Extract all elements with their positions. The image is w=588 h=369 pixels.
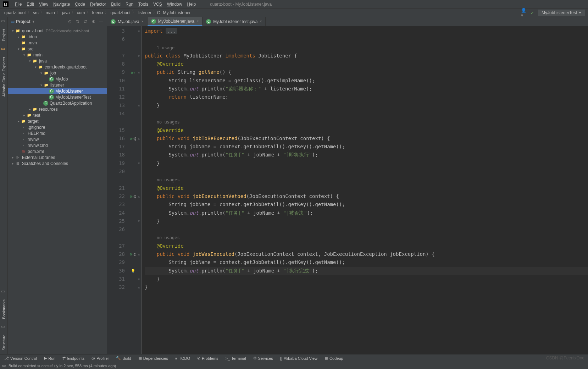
breadcrumb-item[interactable]: src xyxy=(32,10,40,15)
line-number[interactable]: 16 xyxy=(107,134,125,143)
breadcrumb-item[interactable]: quartzboot xyxy=(109,10,132,15)
code-line[interactable]: @Override xyxy=(145,60,588,68)
tree-twisty-icon[interactable]: ▾ xyxy=(39,71,43,75)
gutter-mark[interactable] xyxy=(129,242,137,250)
bottom-tab-alibaba-cloud-view[interactable]: []Alibaba Cloud View xyxy=(277,356,320,360)
hide-icon[interactable]: — xyxy=(98,19,104,24)
expand-all-icon[interactable]: ⇅ xyxy=(75,19,81,24)
gutter-mark[interactable]: o↑ @ xyxy=(129,192,137,200)
code-line[interactable] xyxy=(145,225,588,233)
gutter-mark[interactable]: o↑ @ xyxy=(129,250,137,258)
code-line[interactable] xyxy=(145,167,588,176)
line-number[interactable]: 24 xyxy=(107,209,125,217)
fold-icon[interactable] xyxy=(137,85,142,93)
fold-icon[interactable] xyxy=(137,176,142,184)
fold-icon[interactable] xyxy=(137,209,142,217)
project-strip-icon[interactable]: ▭ xyxy=(1,18,7,24)
line-number[interactable]: 7 xyxy=(107,52,125,60)
line-number[interactable]: 12 xyxy=(107,93,125,101)
line-number[interactable]: 23 xyxy=(107,200,125,209)
menu-view[interactable]: View xyxy=(37,1,50,7)
bottom-tab-version-control[interactable]: ⎇Version Control xyxy=(1,356,40,360)
line-number[interactable]: 19 xyxy=(107,159,125,167)
code-line[interactable]: System.out.println("任务[" + jobName + "]被… xyxy=(145,209,588,217)
code-line[interactable]: String jobName = context.getJobDetail().… xyxy=(145,200,588,209)
fold-icon[interactable]: ⊟ xyxy=(137,101,142,110)
bottom-tab-terminal[interactable]: >_Terminal xyxy=(222,356,249,360)
fold-icon[interactable] xyxy=(137,151,142,159)
strip-tab-bookmarks[interactable]: Bookmarks xyxy=(1,296,7,323)
tree-node-external-libraries[interactable]: ▸⊪External Libraries xyxy=(8,154,107,160)
line-number[interactable]: 11 xyxy=(107,85,125,93)
code-line[interactable]: } xyxy=(145,159,588,167)
menu-build[interactable]: Build xyxy=(109,1,123,7)
code-line[interactable]: } xyxy=(145,217,588,225)
fold-icon[interactable] xyxy=(137,258,142,266)
line-number[interactable]: 14 xyxy=(107,110,125,118)
gutter-mark[interactable] xyxy=(129,77,137,85)
code-line[interactable]: String jobName = context.getJobDetail().… xyxy=(145,258,588,266)
editor-tab[interactable]: CMyJob.java× xyxy=(107,17,148,26)
gutter-mark[interactable] xyxy=(129,52,137,60)
line-number[interactable]: 20 xyxy=(107,167,125,176)
tree-node--idea[interactable]: ▸📁.idea xyxy=(8,34,107,40)
sidebar-title[interactable]: Project xyxy=(16,19,30,24)
code-line[interactable]: no usages xyxy=(145,233,588,242)
fold-icon[interactable]: ⊟ xyxy=(137,68,142,76)
gutter-mark[interactable]: 💡 xyxy=(129,267,137,275)
fold-icon[interactable] xyxy=(137,167,142,176)
fold-icon[interactable]: ⊟ xyxy=(137,275,142,283)
gutter-mark[interactable]: o↑ @ xyxy=(129,134,137,143)
code-line[interactable]: no usages xyxy=(145,118,588,126)
fold-icon[interactable]: ⊟ xyxy=(137,217,142,225)
fold-icon[interactable] xyxy=(137,126,142,134)
tree-twisty-icon[interactable]: ▸ xyxy=(16,35,21,39)
tree-node-target[interactable]: ▸📁target xyxy=(8,118,107,124)
bottom-tab-endpoints[interactable]: ⇄Endpoints xyxy=(60,356,87,360)
line-number[interactable]: 21 xyxy=(107,184,125,192)
tree-node-myjoblistenertest[interactable]: CMyJobListenerTest xyxy=(8,94,107,100)
tree-node--gitignore[interactable]: ▫.gitignore xyxy=(8,124,107,130)
line-number[interactable]: 17 xyxy=(107,143,125,151)
select-opened-icon[interactable]: ⊙ xyxy=(67,19,73,24)
code-line[interactable]: } xyxy=(145,283,588,291)
fold-icon[interactable]: ⊟ xyxy=(137,52,142,60)
gutter-mark[interactable] xyxy=(129,93,137,101)
gutter-mark[interactable] xyxy=(129,44,137,52)
line-number[interactable]: 10 xyxy=(107,77,125,85)
bottom-tab-profiler[interactable]: ◷Profiler xyxy=(89,356,112,360)
fold-icon[interactable] xyxy=(137,143,142,151)
fold-icon[interactable]: ⊟ xyxy=(137,192,142,200)
gutter-mark[interactable] xyxy=(129,143,137,151)
line-number[interactable] xyxy=(107,44,125,52)
breadcrumb-item[interactable]: main xyxy=(44,10,56,15)
tree-node-pom-xml[interactable]: mpom.xml xyxy=(8,148,107,154)
tree-twisty-icon[interactable]: ▸ xyxy=(16,120,21,123)
line-number[interactable]: 28 xyxy=(107,250,125,258)
strip-tab-structure[interactable]: Structure xyxy=(1,331,7,354)
tree-twisty-icon[interactable]: ▾ xyxy=(33,65,38,69)
fold-icon[interactable]: ⊟ xyxy=(137,134,142,143)
line-number[interactable] xyxy=(107,176,125,184)
fold-icon[interactable] xyxy=(137,267,142,275)
close-icon[interactable]: × xyxy=(196,19,199,23)
code-line[interactable]: 1 usage xyxy=(145,44,588,52)
gutter-mark[interactable] xyxy=(129,209,137,217)
structure-strip-icon[interactable]: ▭ xyxy=(1,324,7,330)
line-number[interactable]: 25 xyxy=(107,217,125,225)
line-number[interactable] xyxy=(107,233,125,242)
fold-icon[interactable] xyxy=(137,60,142,68)
code-line[interactable] xyxy=(145,110,588,118)
code-line[interactable]: @Override xyxy=(145,126,588,134)
code-line[interactable]: public String getName() { xyxy=(145,68,588,76)
menu-help[interactable]: Help xyxy=(185,1,198,7)
line-number[interactable]: 22 xyxy=(107,192,125,200)
tree-twisty-icon[interactable]: ▾ xyxy=(39,83,43,87)
fold-icon[interactable]: ⊟ xyxy=(137,283,142,291)
code-line[interactable]: String jobName = context.getJobDetail().… xyxy=(145,143,588,151)
fold-icon[interactable] xyxy=(137,200,142,209)
menu-window[interactable]: Window xyxy=(165,1,184,7)
bottom-tab-dependencies[interactable]: ▦Dependencies xyxy=(135,356,171,360)
tree-node-listener[interactable]: ▾📁listener xyxy=(8,82,107,88)
menu-run[interactable]: Run xyxy=(123,1,135,7)
